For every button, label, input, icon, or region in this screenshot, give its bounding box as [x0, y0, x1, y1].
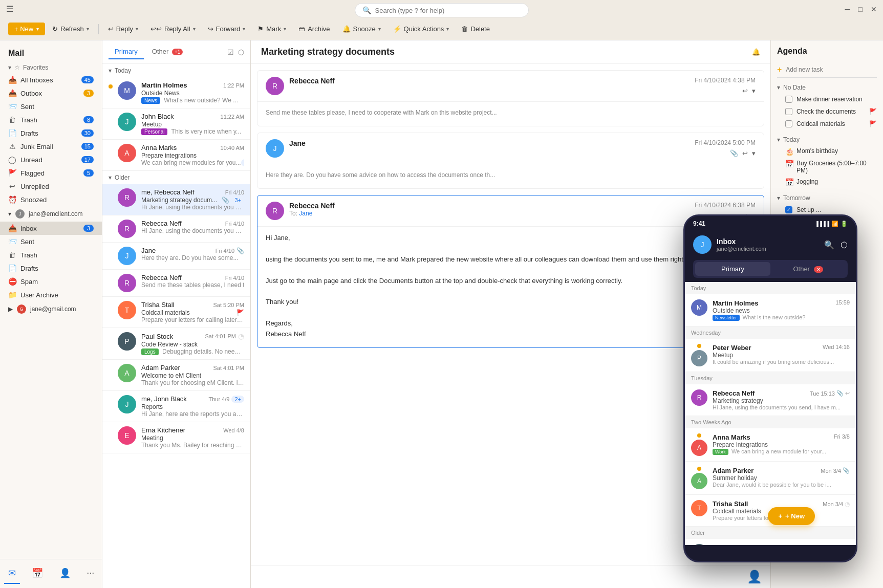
sidebar-item-account1-trash[interactable]: 🗑 Trash	[0, 248, 102, 262]
mobile-email-anna[interactable]: A Anna Marks Fri 3/8 Prepare integration…	[685, 428, 856, 462]
mobile-subject-rebecca: Marketing strategy	[713, 397, 850, 404]
today-header[interactable]: ▾ Today	[777, 134, 877, 145]
sidebar-item-sent[interactable]: 📨 Sent	[0, 100, 102, 113]
docs-checkbox[interactable]	[785, 108, 792, 115]
sender-1: Martin Holmes	[141, 81, 187, 89]
filter-icon[interactable]: ⬡	[238, 48, 244, 56]
dinner-checkbox[interactable]	[785, 96, 792, 103]
menu-icon[interactable]: ☰	[6, 4, 13, 14]
email-item-11[interactable]: J me, John Black Thur 4/9 2+ Reports Hi …	[102, 391, 250, 422]
sidebar-item-all-inboxes[interactable]: 📥 All Inboxes 45	[0, 73, 102, 86]
new-button[interactable]: + New ▾	[8, 23, 45, 35]
search-input[interactable]	[375, 7, 521, 14]
account2-header[interactable]: ▶ G jane@gmail.com	[0, 301, 102, 317]
sidebar-item-snoozed[interactable]: ⏰ Snoozed	[0, 193, 102, 206]
mobile-email-martin[interactable]: M Martin Holmes 15:59 Outside news Newsl…	[685, 294, 856, 326]
snooze-button[interactable]: 🔔 Snooze ▾	[337, 23, 386, 35]
new-dropdown-arrow: ▾	[36, 26, 39, 32]
contacts-nav-icon[interactable]: 👤	[55, 563, 75, 584]
tomorrow-header[interactable]: ▾ Tomorrow	[777, 192, 877, 204]
expand-action-2[interactable]: ▾	[752, 149, 756, 157]
sidebar-item-drafts[interactable]: 📄 Drafts 30	[0, 126, 102, 140]
message-2[interactable]: J Jane Fri 4/10/2024 5:00 PM 📎 ↩ ▾	[257, 133, 764, 189]
coldcall-checkbox[interactable]	[785, 120, 792, 127]
quick-actions-button[interactable]: ⚡ Quick Actions ▾	[388, 23, 455, 35]
tab-other[interactable]: Other +1	[146, 45, 189, 59]
email-item-12[interactable]: E Erna Kitchener Wed 4/8 Meeting Thank y…	[102, 422, 250, 453]
mail-nav-icon[interactable]: ✉	[4, 563, 20, 584]
email-item-10[interactable]: A Adam Parker Sat 4:01 PM Welcome to eM …	[102, 360, 250, 391]
mobile-email-adam[interactable]: A Adam Parker Mon 3/4 📎 Summer holiday D…	[685, 462, 856, 495]
snooze-icon-9[interactable]: ◔	[238, 332, 244, 340]
mobile-header-peter: Peter Weber Wed 14:16	[713, 344, 850, 352]
tab-primary[interactable]: Primary	[109, 45, 144, 59]
agenda-item-dinner[interactable]: Make dinner reservation	[777, 93, 877, 105]
message-1[interactable]: R Rebecca Neff Fri 4/10/2024 4:38 PM ↩ ▾	[257, 70, 764, 126]
agenda-item-docs[interactable]: Check the documents 🚩	[777, 105, 877, 118]
email-item-8[interactable]: T Trisha Stall Sat 5:20 PM Coldcall mate…	[102, 297, 250, 328]
sidebar-item-user-archive[interactable]: 📁 User Archive	[0, 288, 102, 301]
reply-all-button[interactable]: ↩↩ Reply All ▾	[145, 23, 201, 35]
delete-button[interactable]: 🗑 Delete	[456, 23, 495, 35]
mobile-filter-icon[interactable]: ⬡	[841, 240, 848, 250]
more-nav-icon[interactable]: ···	[82, 563, 98, 584]
subject-2: Meetup	[141, 121, 244, 128]
reply-action-2[interactable]: ↩	[742, 149, 748, 157]
mobile-email-rebecca[interactable]: R Rebecca Neff Tue 15:13 📎↩ Marketing st…	[685, 384, 856, 416]
mobile-tab-primary[interactable]: Primary	[695, 262, 770, 276]
account1-trash-label: Trash	[20, 251, 94, 259]
calendar-nav-icon[interactable]: 📅	[28, 563, 47, 584]
sidebar-item-spam[interactable]: ⛔ Spam	[0, 275, 102, 288]
email-item-5[interactable]: R Rebecca Neff Fri 4/10 Hi Jane, using t…	[102, 215, 250, 243]
email-item-9[interactable]: P Paul Stock Sat 4:01 PM ◔ Code Review -…	[102, 328, 250, 360]
reply-button[interactable]: ↩ Reply ▾	[103, 23, 143, 35]
agenda-add-task[interactable]: +	[777, 62, 877, 78]
preview-11: Hi Jane, here are the reports you ask...	[141, 410, 244, 418]
sidebar-item-flagged[interactable]: 🚩 Flagged 5	[0, 166, 102, 180]
nodate-header[interactable]: ▾ No Date	[777, 82, 877, 93]
email-item-3[interactable]: A Anna Marks 10:40 AM Prepare integratio…	[102, 140, 250, 171]
agenda-event-groceries[interactable]: 📅 Buy Groceries (5:00–7:00 PM)	[777, 158, 877, 176]
sidebar-item-junk[interactable]: ⚠ Junk Email 15	[0, 140, 102, 153]
reply-action-1[interactable]: ↩	[742, 87, 748, 95]
minimize-button[interactable]: ─	[845, 5, 850, 13]
mobile-email-paul[interactable]: P Paul Stock Code review - stack Debuggi…	[685, 539, 856, 545]
email-item-1[interactable]: M Martin Holmes 1:22 PM Outside News New…	[102, 77, 250, 108]
mobile-sender-peter: Peter Weber	[713, 344, 751, 352]
sidebar-item-trash[interactable]: 🗑 Trash 8	[0, 113, 102, 126]
favorites-header[interactable]: ▾ ☆ Favorites	[0, 62, 102, 73]
avatar-7: R	[118, 274, 136, 292]
close-button[interactable]: ✕	[871, 5, 877, 13]
email-item-6[interactable]: J Jane Fri 4/10 📎 Here they are. Do you …	[102, 243, 250, 270]
mobile-search-icon[interactable]: 🔍	[824, 240, 834, 250]
sidebar-item-inbox[interactable]: 📥 Inbox 3	[0, 222, 102, 235]
email-item-7[interactable]: R Rebecca Neff Fri 4/10 Send me these ta…	[102, 270, 250, 297]
account1-header[interactable]: ▾ J jane@emclient.com	[0, 206, 102, 222]
maximize-button[interactable]: □	[858, 5, 863, 13]
bell-icon[interactable]: 🔔	[752, 48, 760, 56]
mark-button[interactable]: ⚑ Mark ▾	[252, 23, 291, 35]
nodate-chevron: ▾	[777, 84, 780, 91]
expand-action-1[interactable]: ▾	[752, 87, 756, 95]
agenda-item-coldcall[interactable]: Coldcall materials 🚩	[777, 118, 877, 130]
refresh-button[interactable]: ↻ Refresh ▾	[47, 23, 94, 35]
sidebar-item-unread[interactable]: ◯ Unread 17	[0, 153, 102, 166]
mobile-user-avatar: J	[693, 235, 712, 254]
sidebar-item-outbox[interactable]: 📤 Outbox 3	[0, 86, 102, 100]
archive-button[interactable]: 🗃 Archive	[293, 23, 335, 35]
sidebar-item-account1-sent[interactable]: 📨 Sent	[0, 235, 102, 248]
person-icon[interactable]: 👤	[747, 570, 762, 584]
agenda-event-jogging[interactable]: 📅 Jogging	[777, 176, 877, 188]
add-task-input[interactable]	[786, 66, 877, 73]
agenda-event-birthday[interactable]: 🎂 Mom's birthday	[777, 145, 877, 158]
mobile-tab-other[interactable]: Other ✕	[770, 262, 846, 276]
mobile-new-button[interactable]: + + New	[768, 507, 815, 525]
setup-checkbox[interactable]: ✓	[785, 206, 792, 213]
forward-button[interactable]: ↪ Forward ▾	[203, 23, 251, 35]
sidebar-item-unreplied[interactable]: ↩ Unreplied	[0, 180, 102, 193]
email-item-4[interactable]: R me, Rebecca Neff Fri 4/10 Marketing st…	[102, 184, 250, 215]
sidebar-item-account1-drafts[interactable]: 📄 Drafts	[0, 262, 102, 275]
mobile-email-peter[interactable]: P Peter Weber Wed 14:16 Meetup It could …	[685, 339, 856, 372]
email-item-2[interactable]: J John Black 11:22 AM Meetup Personal Th…	[102, 108, 250, 140]
check-all-icon[interactable]: ☑	[227, 48, 234, 56]
